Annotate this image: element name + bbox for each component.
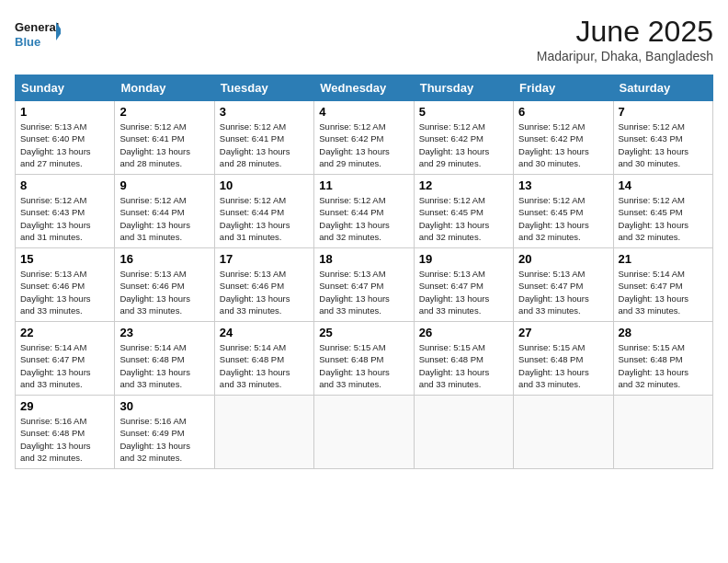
day-number: 2	[119, 105, 209, 119]
table-row: 8Sunrise: 5:12 AMSunset: 6:43 PMDaylight…	[16, 175, 115, 248]
day-number: 27	[518, 326, 608, 339]
table-row: 13Sunrise: 5:12 AMSunset: 6:45 PMDayligh…	[514, 175, 613, 248]
table-row: 26Sunrise: 5:15 AMSunset: 6:48 PMDayligh…	[414, 322, 513, 396]
week-row-3: 22Sunrise: 5:14 AMSunset: 6:47 PMDayligh…	[16, 322, 713, 396]
day-number: 11	[319, 178, 408, 192]
cell-info: Sunrise: 5:12 AMSunset: 6:45 PMDaylight:…	[518, 194, 608, 243]
month-title: June 2025	[537, 15, 713, 49]
table-row: 1Sunrise: 5:13 AMSunset: 6:40 PMDaylight…	[16, 101, 115, 175]
day-number: 26	[419, 326, 508, 339]
table-row: 28Sunrise: 5:15 AMSunset: 6:48 PMDayligh…	[613, 322, 712, 396]
svg-text:General: General	[15, 20, 59, 34]
day-number: 24	[220, 326, 309, 339]
week-row-4: 29Sunrise: 5:16 AMSunset: 6:48 PMDayligh…	[16, 396, 713, 469]
table-row	[314, 396, 414, 469]
table-row: 15Sunrise: 5:13 AMSunset: 6:46 PMDayligh…	[16, 248, 115, 322]
day-number: 16	[119, 252, 209, 266]
day-number: 17	[220, 252, 309, 266]
cell-info: Sunrise: 5:15 AMSunset: 6:48 PMDaylight:…	[518, 341, 608, 390]
table-row: 12Sunrise: 5:12 AMSunset: 6:45 PMDayligh…	[414, 175, 513, 248]
week-row-1: 8Sunrise: 5:12 AMSunset: 6:43 PMDaylight…	[16, 175, 713, 248]
day-number: 28	[619, 326, 708, 339]
table-row: 7Sunrise: 5:12 AMSunset: 6:43 PMDaylight…	[613, 101, 712, 175]
table-row: 29Sunrise: 5:16 AMSunset: 6:48 PMDayligh…	[16, 396, 115, 469]
cell-info: Sunrise: 5:12 AMSunset: 6:44 PMDaylight:…	[119, 194, 209, 243]
cell-info: Sunrise: 5:13 AMSunset: 6:47 PMDaylight:…	[319, 268, 408, 316]
cell-info: Sunrise: 5:14 AMSunset: 6:47 PMDaylight:…	[619, 268, 708, 316]
table-row: 20Sunrise: 5:13 AMSunset: 6:47 PMDayligh…	[514, 248, 613, 322]
cell-info: Sunrise: 5:13 AMSunset: 6:46 PMDaylight:…	[20, 268, 109, 316]
cell-info: Sunrise: 5:13 AMSunset: 6:40 PMDaylight:…	[20, 121, 109, 169]
cell-info: Sunrise: 5:15 AMSunset: 6:48 PMDaylight:…	[319, 341, 408, 390]
header-cell-sunday: Sunday	[16, 75, 115, 101]
table-row	[414, 396, 513, 469]
cell-info: Sunrise: 5:14 AMSunset: 6:47 PMDaylight:…	[20, 341, 109, 390]
table-row: 19Sunrise: 5:13 AMSunset: 6:47 PMDayligh…	[414, 248, 513, 322]
table-row: 2Sunrise: 5:12 AMSunset: 6:41 PMDaylight…	[115, 101, 214, 175]
table-row: 11Sunrise: 5:12 AMSunset: 6:44 PMDayligh…	[314, 175, 414, 248]
day-number: 10	[220, 178, 309, 192]
day-number: 7	[619, 105, 708, 119]
cell-info: Sunrise: 5:15 AMSunset: 6:48 PMDaylight:…	[619, 341, 708, 390]
day-number: 21	[619, 252, 708, 266]
header-row: SundayMondayTuesdayWednesdayThursdayFrid…	[16, 75, 713, 101]
table-row: 27Sunrise: 5:15 AMSunset: 6:48 PMDayligh…	[514, 322, 613, 396]
header-cell-monday: Monday	[115, 75, 214, 101]
table-row: 10Sunrise: 5:12 AMSunset: 6:44 PMDayligh…	[214, 175, 313, 248]
table-row: 14Sunrise: 5:12 AMSunset: 6:45 PMDayligh…	[613, 175, 712, 248]
cell-info: Sunrise: 5:12 AMSunset: 6:43 PMDaylight:…	[619, 121, 708, 169]
cell-info: Sunrise: 5:12 AMSunset: 6:44 PMDaylight:…	[319, 194, 408, 243]
day-number: 12	[419, 178, 508, 192]
day-number: 8	[20, 178, 109, 192]
table-row	[214, 396, 313, 469]
day-number: 9	[119, 178, 209, 192]
cell-info: Sunrise: 5:16 AMSunset: 6:49 PMDaylight:…	[119, 415, 209, 464]
day-number: 23	[119, 326, 209, 339]
header-cell-friday: Friday	[514, 75, 613, 101]
table-row: 30Sunrise: 5:16 AMSunset: 6:49 PMDayligh…	[115, 396, 214, 469]
day-number: 6	[518, 105, 608, 119]
table-row: 22Sunrise: 5:14 AMSunset: 6:47 PMDayligh…	[16, 322, 115, 396]
page-header: General Blue June 2025 Madaripur, Dhaka,…	[15, 15, 713, 63]
table-row: 21Sunrise: 5:14 AMSunset: 6:47 PMDayligh…	[613, 248, 712, 322]
table-row: 17Sunrise: 5:13 AMSunset: 6:46 PMDayligh…	[214, 248, 313, 322]
logo-svg: General Blue	[15, 15, 61, 52]
calendar-table: SundayMondayTuesdayWednesdayThursdayFrid…	[15, 75, 713, 469]
cell-info: Sunrise: 5:13 AMSunset: 6:47 PMDaylight:…	[518, 268, 608, 316]
cell-info: Sunrise: 5:16 AMSunset: 6:48 PMDaylight:…	[20, 415, 109, 464]
cell-info: Sunrise: 5:12 AMSunset: 6:41 PMDaylight:…	[220, 121, 309, 169]
day-number: 1	[20, 105, 109, 119]
day-number: 18	[319, 252, 408, 266]
cell-info: Sunrise: 5:12 AMSunset: 6:41 PMDaylight:…	[119, 121, 209, 169]
logo: General Blue	[15, 15, 61, 52]
cell-info: Sunrise: 5:14 AMSunset: 6:48 PMDaylight:…	[119, 341, 209, 390]
day-number: 30	[119, 399, 209, 413]
cell-info: Sunrise: 5:13 AMSunset: 6:46 PMDaylight:…	[119, 268, 209, 316]
cell-info: Sunrise: 5:12 AMSunset: 6:42 PMDaylight:…	[518, 121, 608, 169]
day-number: 15	[20, 252, 109, 266]
table-row: 24Sunrise: 5:14 AMSunset: 6:48 PMDayligh…	[214, 322, 313, 396]
location-subtitle: Madaripur, Dhaka, Bangladesh	[537, 49, 713, 63]
header-cell-wednesday: Wednesday	[314, 75, 414, 101]
day-number: 4	[319, 105, 408, 119]
header-cell-tuesday: Tuesday	[214, 75, 313, 101]
table-row	[514, 396, 613, 469]
day-number: 19	[419, 252, 508, 266]
cell-info: Sunrise: 5:15 AMSunset: 6:48 PMDaylight:…	[419, 341, 508, 390]
cell-info: Sunrise: 5:12 AMSunset: 6:45 PMDaylight:…	[419, 194, 508, 243]
cell-info: Sunrise: 5:12 AMSunset: 6:42 PMDaylight:…	[319, 121, 408, 169]
cell-info: Sunrise: 5:12 AMSunset: 6:45 PMDaylight:…	[619, 194, 708, 243]
table-row: 5Sunrise: 5:12 AMSunset: 6:42 PMDaylight…	[414, 101, 513, 175]
day-number: 25	[319, 326, 408, 339]
cell-info: Sunrise: 5:12 AMSunset: 6:42 PMDaylight:…	[419, 121, 508, 169]
cell-info: Sunrise: 5:13 AMSunset: 6:47 PMDaylight:…	[419, 268, 508, 316]
table-row: 6Sunrise: 5:12 AMSunset: 6:42 PMDaylight…	[514, 101, 613, 175]
week-row-0: 1Sunrise: 5:13 AMSunset: 6:40 PMDaylight…	[16, 101, 713, 175]
table-row: 3Sunrise: 5:12 AMSunset: 6:41 PMDaylight…	[214, 101, 313, 175]
table-row: 9Sunrise: 5:12 AMSunset: 6:44 PMDaylight…	[115, 175, 214, 248]
header-cell-thursday: Thursday	[414, 75, 513, 101]
day-number: 13	[518, 178, 608, 192]
svg-text:Blue: Blue	[15, 35, 40, 49]
week-row-2: 15Sunrise: 5:13 AMSunset: 6:46 PMDayligh…	[16, 248, 713, 322]
header-cell-saturday: Saturday	[613, 75, 712, 101]
